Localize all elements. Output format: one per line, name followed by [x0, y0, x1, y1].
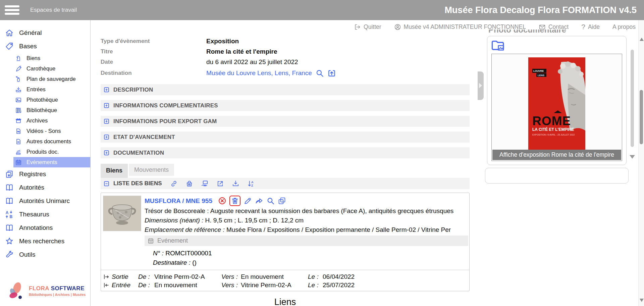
numero-label: N° :: [153, 250, 164, 257]
open-record-icon[interactable]: [327, 69, 336, 78]
external-link-icon[interactable]: [216, 180, 224, 188]
liste-des-biens-bar[interactable]: LISTE DES BIENS AZ: [101, 178, 470, 189]
movement-type: Sortie: [103, 273, 138, 280]
sidebar-item-videos-sons[interactable]: Vidéos - Sons: [13, 126, 90, 136]
record-title-row: MUSFLORA / MNE 955: [145, 196, 286, 206]
trash-icon[interactable]: [231, 197, 239, 205]
user-menu[interactable]: Musée v4 ADMINISTRATEUR FONCTIONNEL: [394, 23, 526, 31]
section-etat-d-avancement[interactable]: ETAT D'AVANCEMENT: [101, 132, 470, 143]
dimensions-label: Dimensions (néant) :: [145, 217, 203, 224]
pencil-icon[interactable]: [244, 197, 252, 205]
de-label: De :: [138, 282, 154, 289]
books-icon: [15, 107, 22, 114]
expand-plus-icon[interactable]: [104, 134, 109, 140]
trash-highlight-box[interactable]: [229, 196, 240, 206]
quitter-button[interactable]: Quitter: [354, 23, 381, 31]
window-scrollbar[interactable]: [638, 20, 644, 306]
sidebar-item-biens[interactable]: Biens: [13, 53, 90, 63]
expand-plus-icon[interactable]: [104, 150, 109, 156]
field-label-titre: Titre: [101, 48, 206, 55]
panel-scrollbar-thumb[interactable]: [631, 50, 634, 147]
sidebar-item-outils[interactable]: Outils: [0, 248, 90, 261]
link-icon[interactable]: [170, 180, 178, 188]
scrollbar-thumb[interactable]: [640, 90, 643, 144]
numero-line: N° : ROMCIT000001: [153, 250, 212, 257]
exhibition-poster[interactable]: LOUVRE LENS ROME LA CITÉ ET L'EMPIRE EXP…: [528, 57, 585, 153]
record-thumbnail[interactable]: [103, 196, 141, 231]
basket-icon[interactable]: [185, 180, 193, 188]
panel-collapse-handle[interactable]: [478, 71, 484, 100]
section-description[interactable]: DESCRIPTION: [101, 84, 470, 95]
inbox-icon: [15, 86, 22, 93]
scroll-down-arrow[interactable]: [640, 299, 644, 302]
search-icon[interactable]: [266, 197, 275, 205]
sidebar: GénéralBasesBiensCarothèquePlan de sauve…: [0, 20, 91, 306]
sidebar-item-autres-documents[interactable]: Autres documents: [13, 136, 90, 147]
section-informations-complementaires[interactable]: INFORMATIONS COMPLEMENTAIRES: [101, 100, 470, 111]
hamburger-menu-icon[interactable]: [5, 5, 19, 15]
contact-button[interactable]: Contact: [539, 23, 569, 31]
sidebar-item-produits-doc[interactable]: Produits doc.: [13, 147, 90, 157]
sidebar-item-label: Autres documents: [26, 138, 71, 145]
vers-label: Vers :: [221, 273, 241, 280]
sidebar-item-annotations[interactable]: Annotations: [0, 221, 90, 235]
sidebar-item-label: Général: [19, 29, 42, 37]
a-propos-button[interactable]: A propos: [612, 23, 636, 31]
hand-screen-icon[interactable]: [201, 180, 209, 188]
sidebar-item-archives[interactable]: Archives: [13, 115, 90, 126]
quitter-label: Quitter: [364, 23, 381, 31]
panel-scroll-down-arrow[interactable]: [630, 155, 635, 159]
aide-button[interactable]: ? Aide: [581, 23, 600, 31]
destination-link[interactable]: Musée du Louvre Lens, Lens, France: [206, 69, 312, 77]
sidebar-item-entrees[interactable]: Entrées: [13, 84, 90, 95]
folder-image-icon[interactable]: [491, 39, 505, 52]
remove-x-icon[interactable]: [218, 197, 226, 205]
sidebar-item-plan-de-sauvegarde[interactable]: Plan de sauvegarde: [13, 74, 90, 84]
star-icon: [5, 237, 14, 246]
sidebar-item-carotheque[interactable]: Carothèque: [13, 63, 90, 74]
tab-biens[interactable]: Biens: [101, 164, 128, 178]
collapsible-sections: DESCRIPTIONINFORMATIONS COMPLEMENTAIRESI…: [101, 84, 470, 158]
download-icon[interactable]: [232, 180, 239, 188]
svg-text:A: A: [6, 210, 9, 215]
sidebar-item-bases[interactable]: Bases: [0, 40, 90, 53]
sidebar-item-label: Evènements: [26, 159, 57, 165]
sort-az-icon[interactable]: AZ: [247, 180, 255, 188]
sidebar-item-phototheque[interactable]: Photothèque: [13, 95, 90, 105]
utility-bar: Quitter Musée v4 ADMINISTRATEUR FONCTION…: [354, 23, 636, 31]
svg-text:LOUVRE: LOUVRE: [533, 69, 544, 72]
sidebar-item-bibliotheque[interactable]: Bibliothèque: [13, 105, 90, 115]
expand-plus-icon[interactable]: [104, 118, 109, 124]
section-informations-pour-export-gam[interactable]: INFORMATIONS POUR EXPORT GAM: [101, 116, 470, 127]
expand-plus-icon[interactable]: [104, 103, 109, 108]
flora-logo-flower-icon: [6, 280, 27, 301]
de-value: Vitrine Perm-02-A: [154, 273, 221, 280]
de-label: De :: [138, 273, 154, 280]
liste-toolbar: AZ: [170, 180, 255, 188]
sidebar-item-evenements[interactable]: Evènements: [13, 157, 90, 167]
knight-icon: [15, 55, 22, 62]
scroll-up-arrow[interactable]: [640, 38, 644, 41]
field-label-destination: Destination: [101, 70, 206, 76]
tab-mouvements[interactable]: Mouvements: [129, 164, 174, 176]
sidebar-item-registres[interactable]: Registres: [0, 167, 90, 181]
record-title-link[interactable]: MUSFLORA / MNE 955: [145, 197, 212, 205]
expand-plus-icon[interactable]: [104, 87, 109, 93]
search-icon[interactable]: [315, 69, 324, 78]
sidebar-item-autorites[interactable]: Autorités: [0, 181, 90, 194]
app-header: Espaces de travail Musée Flora Decalog F…: [0, 0, 644, 20]
sidebar-item-mes-recherches[interactable]: Mes recherches: [0, 235, 90, 248]
flora-brand: FLORA SOFTWARE: [29, 285, 86, 292]
section-documentation[interactable]: DOCUMENTATION: [101, 147, 470, 158]
contact-label: Contact: [548, 23, 569, 31]
copy-icon[interactable]: [278, 197, 286, 205]
workspace-label[interactable]: Espaces de travail: [30, 7, 77, 13]
svg-text:LENS: LENS: [538, 74, 544, 77]
sidebar-item-autorites-unimarc[interactable]: Autorités Unimarc: [0, 194, 90, 208]
sidebar-item-general[interactable]: Général: [0, 26, 90, 40]
logout-icon: [354, 23, 361, 31]
numero-value: ROMCIT000001: [165, 250, 212, 257]
sidebar-item-thesaurus[interactable]: ABThesaurus: [0, 208, 90, 221]
share-icon[interactable]: [255, 197, 263, 205]
collapse-minus-icon[interactable]: [104, 181, 109, 187]
